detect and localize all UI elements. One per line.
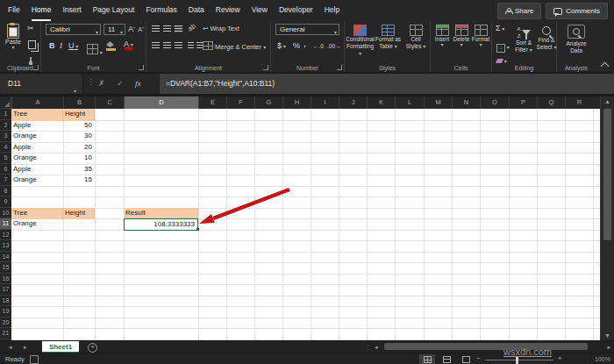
cut-button[interactable]: ✂ <box>27 23 34 33</box>
cell-styles-button[interactable]: CellStyles ▾ <box>403 25 429 50</box>
align-right-icon[interactable] <box>175 42 182 49</box>
delete-cells-button[interactable]: Delete▾ <box>452 25 471 47</box>
column-header-Q[interactable]: Q <box>537 96 565 109</box>
cell-D10[interactable]: Result <box>124 208 198 220</box>
cell-A6[interactable]: Apple <box>11 164 63 176</box>
row-header-19[interactable]: 19 <box>0 306 11 318</box>
row-header-18[interactable]: 18 <box>0 296 11 307</box>
format-as-table-button[interactable]: Format asTable ▾ <box>375 25 402 50</box>
vertical-scrollbar[interactable]: ▲ ▼ <box>600 96 614 340</box>
cell-B5[interactable]: 10 <box>63 153 95 165</box>
menu-tab-formulas[interactable]: Formulas <box>146 0 176 19</box>
row-header-21[interactable]: 21 <box>0 328 11 339</box>
row-header-7[interactable]: 7 <box>0 175 11 186</box>
row-header-20[interactable]: 20 <box>0 318 11 329</box>
row-header-17[interactable]: 17 <box>0 284 11 296</box>
row-header-16[interactable]: 16 <box>0 274 11 285</box>
copy-button[interactable] <box>28 37 36 53</box>
cell-A3[interactable]: Orange <box>11 131 63 143</box>
column-header-L[interactable]: L <box>395 96 424 109</box>
increase-indent-icon[interactable] <box>196 42 203 49</box>
zoom-out-icon[interactable]: − <box>476 354 480 362</box>
column-header-F[interactable]: F <box>226 96 254 109</box>
cell-A7[interactable]: Orange <box>11 175 63 187</box>
decrease-decimal-button[interactable]: .00→ <box>327 41 341 52</box>
row-header-12[interactable]: 12 <box>0 230 11 241</box>
share-button[interactable]: Share <box>497 3 541 19</box>
cancel-button[interactable]: ✗ <box>98 74 105 94</box>
scroll-right-icon[interactable]: ▸ <box>607 344 610 351</box>
menu-tab-data[interactable]: Data <box>189 0 204 19</box>
column-header-E[interactable]: E <box>198 96 226 109</box>
column-header-P[interactable]: P <box>509 96 537 109</box>
column-header-I[interactable]: I <box>311 96 339 109</box>
tab-splitter-icon[interactable]: ⋮ <box>365 344 371 351</box>
row-header-11[interactable]: 11 <box>0 218 11 230</box>
menu-tab-insert[interactable]: Insert <box>62 0 81 19</box>
comments-button[interactable]: Comments <box>546 3 608 19</box>
vertical-scroll-thumb[interactable] <box>603 109 611 240</box>
menu-tab-page-layout[interactable]: Page Layout <box>93 0 135 19</box>
align-left-icon[interactable] <box>152 42 160 49</box>
zoom-slider-thumb[interactable] <box>516 356 518 364</box>
scroll-down-icon[interactable]: ▼ <box>601 332 614 339</box>
bold-button[interactable]: B <box>49 40 55 51</box>
zoom-in-icon[interactable]: + <box>558 354 561 362</box>
decrease-indent-icon[interactable] <box>188 42 194 49</box>
column-header-D[interactable]: D <box>124 96 198 109</box>
column-header-N[interactable]: N <box>452 96 480 109</box>
cell-B2[interactable]: 50 <box>63 120 95 132</box>
sheet-nav-prev-icon[interactable]: ◂ <box>9 344 12 351</box>
borders-button[interactable]: ▾ <box>87 42 103 58</box>
worksheet-grid[interactable]: ABCDEFGHIJKLMNOPQR1234567891011121314151… <box>0 96 600 340</box>
conditional-formatting-button[interactable]: ConditionalFormatting ▾ <box>346 25 375 57</box>
decrease-font-button[interactable]: Aˇ <box>138 25 145 35</box>
cell-B10[interactable]: Height <box>63 208 95 220</box>
clipboard-dialog-launcher-icon[interactable] <box>33 65 39 70</box>
orientation-button[interactable]: ab <box>186 22 196 32</box>
row-header-14[interactable]: 14 <box>0 252 11 263</box>
cell-A1[interactable]: Tree <box>11 109 63 121</box>
zoom-slider[interactable] <box>485 360 553 360</box>
font-name-combo[interactable]: Calibri▾ <box>46 24 101 35</box>
insert-cells-button[interactable]: Insert▾ <box>432 25 452 47</box>
collapse-ribbon-icon[interactable] <box>601 62 610 71</box>
scroll-left-icon[interactable]: ◂ <box>375 344 378 351</box>
row-header-5[interactable]: 5 <box>0 153 11 164</box>
insert-function-button[interactable]: fx <box>135 74 141 94</box>
menu-tab-review[interactable]: Review <box>216 0 240 19</box>
cell-A5[interactable]: Orange <box>11 153 63 165</box>
paste-button[interactable]: Paste ▾ <box>3 24 24 50</box>
row-header-2[interactable]: 2 <box>0 120 11 132</box>
sheet-tab-sheet1[interactable]: Sheet1 <box>42 341 79 353</box>
align-middle-icon[interactable] <box>163 25 171 32</box>
cell-D11[interactable]: 108.3333333 <box>124 218 198 231</box>
row-header-15[interactable]: 15 <box>0 262 11 274</box>
cell-B6[interactable]: 35 <box>63 164 95 176</box>
number-format-combo[interactable]: General▾ <box>275 24 339 35</box>
comma-style-button[interactable]: , <box>303 38 306 48</box>
cell-A10[interactable]: Tree <box>11 208 63 220</box>
cell-B3[interactable]: 30 <box>63 131 95 143</box>
column-header-K[interactable]: K <box>367 96 395 109</box>
cell-B1[interactable]: Height <box>63 109 95 121</box>
wrap-text-button[interactable]: ↩ Wrap Text <box>203 25 239 32</box>
zoom-level[interactable]: 100% <box>595 356 610 362</box>
cell-B4[interactable]: 20 <box>63 142 95 154</box>
formula-input[interactable]: =DVAR(A1:B7,"Height",A10:B11) <box>160 74 614 94</box>
italic-button[interactable]: I <box>60 40 62 51</box>
menu-tab-view[interactable]: View <box>252 0 268 19</box>
row-header-8[interactable]: 8 <box>0 186 11 197</box>
align-top-icon[interactable] <box>152 25 160 32</box>
alignment-dialog-launcher-icon[interactable] <box>263 65 268 70</box>
page-layout-view-button[interactable] <box>439 354 454 364</box>
cell-A2[interactable]: Apple <box>11 120 63 132</box>
column-header-G[interactable]: G <box>254 96 282 109</box>
menu-tab-help[interactable]: Help <box>325 0 339 19</box>
row-header-4[interactable]: 4 <box>0 142 11 153</box>
sheet-nav-next-icon[interactable]: ▸ <box>24 344 27 351</box>
align-center-icon[interactable] <box>163 42 171 49</box>
analyze-data-button[interactable]: AnalyzeData <box>560 25 593 54</box>
increase-decimal-button[interactable]: ←.0 <box>313 41 324 52</box>
percent-style-button[interactable]: % <box>293 40 300 51</box>
